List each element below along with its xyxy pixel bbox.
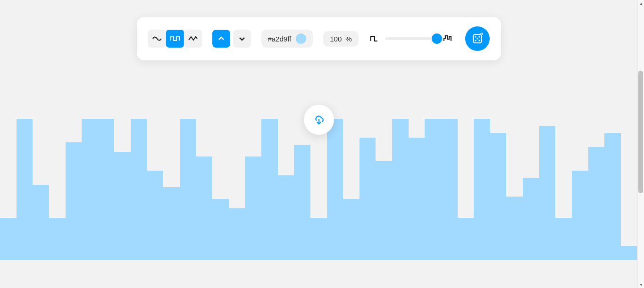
wave-bar [196,119,213,260]
svg-point-1 [475,36,476,37]
complexity-high-icon [443,33,453,44]
wave-preview [0,119,637,260]
wave-bar [261,119,278,260]
wave-bar [376,119,392,260]
wave-bar [0,119,17,260]
svg-point-4 [475,40,476,41]
wave-bar [163,119,180,260]
wave-bar [310,119,327,260]
scrollbar-thumb[interactable] [638,71,643,193]
wave-bar [392,119,409,260]
zigzag-wave-icon [187,33,198,44]
app-content: #a2d9ff 100 % [0,0,637,288]
wave-bar [49,119,66,260]
wave-bar [245,119,261,260]
wave-bar [409,119,425,260]
wave-bar [66,119,82,260]
wave-bar [572,119,588,260]
wave-bar [131,119,147,260]
step-wave-icon [169,33,180,44]
wave-bar [180,119,196,260]
smooth-wave-icon [151,33,162,44]
opacity-input[interactable]: 100 % [323,31,358,47]
wave-bar [474,119,490,260]
wave-bar [17,119,33,260]
wave-bar [82,119,98,260]
wave-bar [555,119,572,260]
wave-bar [278,119,294,260]
wave-bar [425,119,441,260]
dice-icon [471,32,484,45]
wave-bar [490,119,507,260]
chevron-down-icon [237,34,246,43]
wave-bar [539,119,556,260]
wave-style-zigzag[interactable] [184,30,201,48]
vertical-scrollbar[interactable]: ▲ ▼ [637,0,644,288]
svg-point-2 [478,36,480,37]
complexity-low-icon [369,33,379,44]
wave-bar [147,119,164,260]
wave-bar [229,119,245,260]
chevron-up-icon [216,34,226,43]
color-hex-value: #a2d9ff [268,35,291,43]
wave-style-group [148,30,201,48]
direction-down[interactable] [233,30,251,48]
wave-bar [360,119,376,260]
scroll-up-arrow[interactable]: ▲ [638,0,644,7]
direction-group [212,30,251,48]
svg-point-5 [478,40,480,41]
wave-bar [212,119,229,260]
slider-thumb[interactable] [432,33,442,44]
opacity-unit: % [345,35,351,43]
wave-bar [523,119,539,260]
download-button[interactable] [304,105,334,135]
wave-style-smooth[interactable] [148,30,166,48]
toolbar: #a2d9ff 100 % [136,17,501,60]
scroll-down-arrow[interactable]: ▼ [638,281,644,288]
wave-bar [114,119,131,260]
complexity-slider[interactable] [385,37,437,40]
cloud-download-icon [312,113,326,127]
wave-bar [458,119,474,260]
direction-up[interactable] [212,30,230,48]
complexity-group [369,33,453,44]
wave-bar [327,119,343,260]
opacity-value: 100 [330,35,342,43]
color-picker[interactable]: #a2d9ff [261,30,313,48]
wave-style-step[interactable] [166,30,184,48]
wave-bar [441,119,458,260]
wave-bar [98,119,115,260]
wave-bar [33,119,49,260]
wave-bar [343,119,360,260]
wave-bar [604,119,621,260]
wave-bar [506,119,523,260]
randomize-button[interactable] [465,26,490,51]
wave-bar [588,119,605,260]
color-swatch [296,33,306,44]
svg-point-3 [477,38,478,39]
wave-bar [294,119,310,260]
wave-bar [621,119,637,260]
